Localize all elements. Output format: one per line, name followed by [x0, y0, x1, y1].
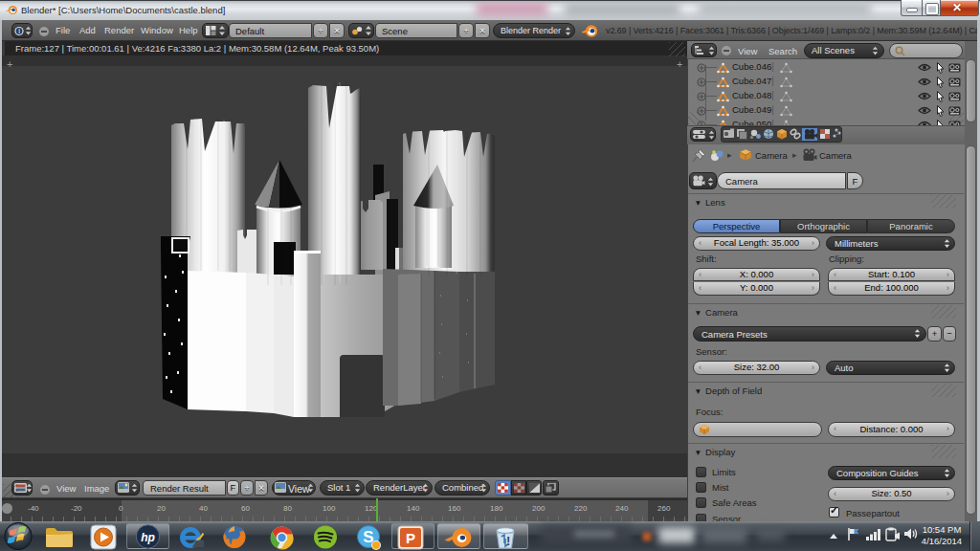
svg-text:!: ! [506, 534, 510, 548]
svg-text:hp: hp [141, 531, 155, 544]
svg-text:P: P [406, 530, 415, 546]
